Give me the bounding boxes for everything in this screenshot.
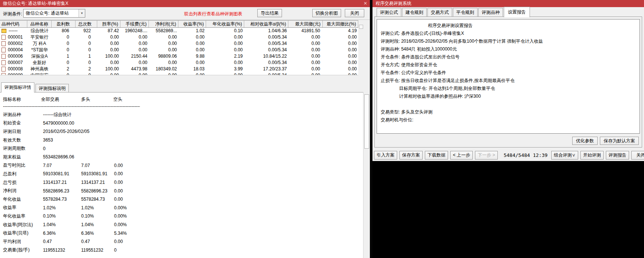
- stat-label: 期末权益: [0, 154, 41, 160]
- settings-report-textarea[interactable]: 程序交易评测设置报告 评测公式: 条件选股公式-(日线)-单峰密集X评测时段: …: [377, 19, 640, 134]
- stat-long: 55828696.23: [80, 188, 113, 194]
- table-cell: 1960248....: [120, 28, 149, 34]
- table-cell: 0.00: [97, 60, 120, 66]
- stats-scrollbar[interactable]: [363, 92, 370, 258]
- table-cell: 41891.50: [288, 28, 323, 34]
- stat-short: 0.00: [113, 188, 123, 194]
- table-scroll-corner[interactable]: [359, 25, 363, 29]
- table-cell: 4.19: [323, 28, 358, 34]
- table-cell: 0.00: [97, 34, 120, 40]
- column-header[interactable]: 相对收益率α/β(%): [244, 21, 288, 27]
- left-titlebar[interactable]: 微信公众号: 通达驿站-单峰密集X ✕: [0, 0, 370, 7]
- button-开始评测[interactable]: 开始评测: [580, 151, 604, 160]
- column-header[interactable]: 净利润(元): [149, 21, 178, 27]
- stat-row: 交易量(股/手)1195512321195512320: [0, 246, 363, 255]
- table-row[interactable]: ------综合统计80692287.421960248....5582869.…: [0, 28, 358, 34]
- table-row[interactable]: 000007全新好000.000.000.000.000.000.00/5.34…: [0, 60, 358, 66]
- stat-label: 净利润: [0, 188, 41, 194]
- column-header[interactable]: 最大回撤(元): [288, 21, 323, 27]
- stat-label: 评测日期: [0, 128, 41, 135]
- table-cell: 0.00: [178, 47, 206, 53]
- table-cell: 0.00: [323, 53, 358, 60]
- tab-建仓规则[interactable]: 建仓规则: [402, 8, 427, 17]
- table-row[interactable]: 000001平安银行000.000.000.000.000.000.00/5.3…: [0, 34, 358, 40]
- report-line: 交易类型: 多头及空头评测: [381, 108, 636, 116]
- button-引入方案[interactable]: 引入方案: [374, 151, 397, 160]
- table-cell: 922: [76, 28, 97, 34]
- table-cell: 0: [52, 47, 76, 53]
- button-< 上一步[interactable]: < 上一步: [450, 151, 473, 160]
- table-cell: 0.00: [178, 40, 206, 47]
- stat-row: 收益率(阿尔法)1.04%1.04%0.00%: [0, 221, 363, 229]
- button-优化参数[interactable]: 优化参数: [572, 137, 598, 145]
- stat-all-trades: 0.47: [41, 239, 80, 244]
- tab-交易方式[interactable]: 交易方式: [427, 8, 452, 17]
- condition-combobox[interactable]: 微信公众号: 通达驿站 ▼: [23, 9, 85, 18]
- stat-long: 1314137.21: [80, 180, 113, 185]
- tab-indicator-description[interactable]: 评测指标说明: [36, 84, 69, 92]
- stat-label: 收益率(贝塔): [0, 230, 41, 236]
- table-cell: 0.00: [178, 72, 206, 75]
- switch-analysis-chart-button[interactable]: 切换分析图: [312, 9, 341, 17]
- table-cell: 87.42: [97, 28, 120, 34]
- symbol-code: 000002: [8, 40, 23, 47]
- table-cell: 2: [52, 66, 76, 72]
- right-window-title: 程序交易评测系统: [375, 1, 411, 6]
- trade-evaluation-system-window: 程序交易评测系统 评测公式建仓规则交易方式平仓规则评测品种设置报告 程序交易评测…: [370, 0, 644, 258]
- column-header[interactable]: 手续费(元): [120, 21, 149, 27]
- stat-all-trades: 3653: [41, 137, 80, 143]
- table-cell: 0.00: [323, 60, 358, 66]
- button-保存方案[interactable]: 保存方案: [399, 151, 423, 160]
- tab-平仓规则[interactable]: 平仓规则: [453, 8, 478, 17]
- tab-评测公式[interactable]: 评测公式: [377, 8, 401, 17]
- table-row[interactable]: 000004*ST国华000.000.000.000.000.000.00/5.…: [0, 47, 358, 53]
- table-cell: 0.00: [288, 40, 323, 47]
- stat-long: 0.10%: [80, 213, 113, 219]
- column-header[interactable]: 品种名称: [27, 21, 52, 27]
- table-cell: 2: [76, 66, 97, 72]
- button-评测报告[interactable]: 评测报告: [606, 151, 629, 160]
- export-results-button[interactable]: 导出结果: [257, 9, 282, 17]
- column-header[interactable]: 最大回撤比(%): [323, 21, 358, 27]
- column-header[interactable]: 盈利数: [52, 21, 76, 27]
- stat-short: 0.00%: [113, 213, 127, 219]
- button-关闭[interactable]: 关闭: [631, 151, 644, 160]
- close-icon[interactable]: ✕: [363, 0, 368, 7]
- table-row[interactable]: 000008神州高铁22100.004473.98180349.0218.033…: [0, 66, 358, 72]
- table-row[interactable]: 000002万 科A000.000.000.000.000.000.00/5.3…: [0, 40, 358, 47]
- table-cell: 0.00: [120, 72, 149, 75]
- stat-row: 有效天数3653: [0, 136, 363, 145]
- column-header[interactable]: 收益率(%): [178, 21, 206, 27]
- stat-short: 0: [113, 248, 117, 253]
- table-cell: 0.00/5.34: [244, 60, 288, 66]
- stat-short: 0.00: [113, 197, 123, 202]
- chevron-down-icon[interactable]: ▼: [79, 9, 85, 17]
- table-cell: 10.84/15.22: [244, 53, 288, 60]
- button-保存为默认方案[interactable]: 保存为默认方案: [600, 137, 639, 145]
- table-cell: 0.00: [323, 40, 358, 47]
- tab-设置报告[interactable]: 设置报告: [504, 7, 530, 17]
- right-titlebar[interactable]: 程序交易评测系统: [372, 0, 644, 7]
- table-row[interactable]: 000006深振业A11100.002150.4498809.069.882.1…: [0, 53, 358, 60]
- column-header[interactable]: 总次数: [76, 21, 97, 27]
- stat-label: 年化收益率: [0, 213, 41, 219]
- table-cell: 0.00: [178, 34, 206, 40]
- stat-long: 1.04%: [80, 222, 113, 227]
- button-组合评测∨[interactable]: 组合评测∨: [551, 151, 578, 160]
- table-cell: 4473.98: [120, 66, 149, 72]
- tab-评测品种[interactable]: 评测品种: [478, 8, 503, 17]
- close-button[interactable]: 关闭: [345, 9, 364, 17]
- table-row[interactable]: 000009中国宝安000.000.000.000.000.000.00/5.3…: [0, 72, 358, 75]
- column-header[interactable]: 品种代码: [0, 21, 27, 27]
- button-下载数据[interactable]: 下载数据: [425, 151, 448, 160]
- stats-scrollbar-thumb[interactable]: [364, 94, 369, 149]
- double-click-hint: 双击列表行查看品种评测图表: [184, 11, 242, 17]
- evaluation-results-window: 微信公众号: 通达驿站-单峰密集X ✕ 评测条件: 微信公众号: 通达驿站 ▼ …: [0, 0, 370, 258]
- stats-header-long: 多头: [81, 96, 90, 103]
- tab-indicator-details[interactable]: 评测指标详情: [1, 82, 34, 92]
- column-header[interactable]: 胜率(%): [97, 21, 120, 27]
- table-cell: 0.00: [288, 66, 323, 72]
- column-header[interactable]: 年化收益率(%): [206, 21, 244, 27]
- stat-label: 总亏损: [0, 179, 41, 186]
- stat-all-trades: 2016/02/05-2026/02/05: [41, 129, 80, 134]
